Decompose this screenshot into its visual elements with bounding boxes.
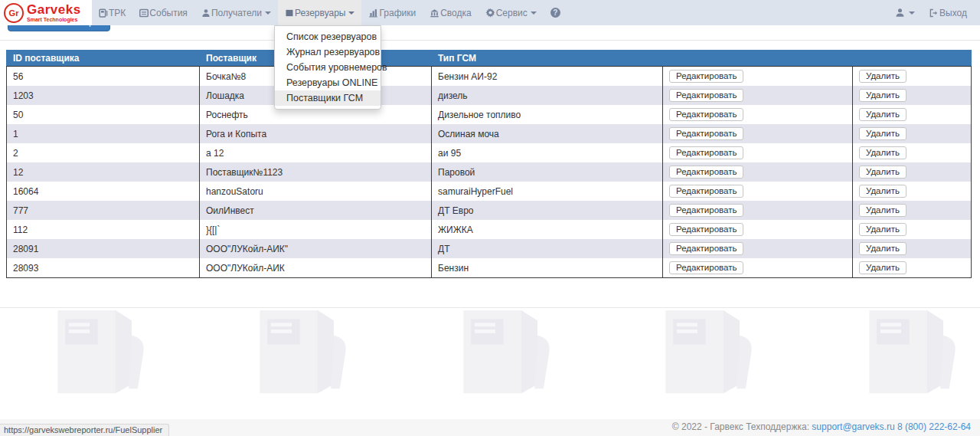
supplier-id-cell: 777: [7, 201, 200, 220]
divider: [0, 307, 980, 308]
delete-button[interactable]: Удалить: [859, 185, 906, 198]
delete-button[interactable]: Удалить: [859, 89, 906, 102]
header-fuel-type: Тип ГСМ: [432, 51, 663, 67]
supplier-id-cell: 50: [7, 105, 200, 124]
support-link[interactable]: support@garveks.ru 8 (800) 222-62-64: [812, 421, 971, 432]
edit-button[interactable]: Редактировать: [669, 166, 743, 179]
fuel-pump-watermark: [44, 304, 155, 401]
table-row: 2 а 12 аи 95 Редактировать Удалить: [7, 143, 972, 162]
fuel-type-cell: ДТ: [432, 239, 663, 258]
fuel-pump-watermark: [856, 304, 967, 401]
delete-button[interactable]: Удалить: [859, 146, 906, 159]
chevron-down-icon: [348, 11, 354, 15]
delete-button[interactable]: Удалить: [859, 261, 906, 274]
table-row: 1 Рога и Копыта Ослиная моча Редактирова…: [7, 124, 972, 143]
supplier-id-cell: 1: [7, 124, 200, 143]
nav-label: Резервуары: [295, 8, 346, 18]
logout-button[interactable]: Выход: [922, 0, 974, 25]
building-icon: [430, 8, 439, 18]
delete-button[interactable]: Удалить: [859, 166, 906, 179]
supplier-id-cell: 28091: [7, 239, 200, 258]
nav-item-trk[interactable]: ТРК: [92, 0, 132, 25]
nav-label: Получатели: [211, 8, 262, 18]
header-supplier-id: ID поставщика: [7, 51, 200, 67]
nav-item-tanks[interactable]: Резервуары: [278, 0, 362, 25]
tanks-dropdown-menu: Список резервуаров Журнал резервуаров Со…: [274, 25, 381, 110]
dropdown-item-level-gauge-events[interactable]: События уровнемеров: [275, 60, 381, 75]
fuel-type-cell: samuraiHyperFuel: [432, 182, 663, 201]
user-menu[interactable]: [888, 0, 922, 25]
nav-item-recipients[interactable]: Получатели: [194, 0, 278, 25]
dropdown-item-tank-journal[interactable]: Журнал резервуаров: [275, 44, 381, 60]
supplier-cell: hanzouSatoru: [200, 182, 432, 201]
list-icon: [139, 8, 149, 18]
nav-item-events[interactable]: События: [132, 0, 194, 25]
nav-label: Графики: [379, 8, 416, 18]
edit-button[interactable]: Редактировать: [669, 127, 743, 140]
table-row: 12 Поставщик№1123 Паровой Редактировать …: [7, 162, 972, 182]
delete-button[interactable]: Удалить: [859, 242, 906, 255]
dropdown-item-tanks-online[interactable]: Резервуары ONLINE: [275, 75, 381, 90]
dropdown-item-tank-list[interactable]: Список резервуаров: [275, 29, 381, 44]
chevron-down-icon: [909, 11, 915, 15]
edit-button[interactable]: Редактировать: [669, 242, 743, 255]
bar-chart-icon: [368, 8, 378, 18]
brand-name: Garveks: [27, 3, 81, 16]
fuel-pump-watermark: [247, 304, 358, 401]
chevron-down-icon: [265, 11, 271, 15]
user-icon: [201, 8, 211, 18]
main-menu: ТРК События Получатели Резервуары График…: [92, 0, 888, 25]
fuel-type-cell: ДТ Евро: [432, 201, 663, 220]
supplier-cell: ООО"ЛУКойл-АИК: [200, 258, 432, 278]
sign-out-icon: [929, 8, 939, 18]
navbar: Gr Garveks Smart Technologies ТРК Событи…: [0, 0, 980, 25]
copyright-text: © 2022 - Гарвекс Техподдержка:: [672, 421, 809, 432]
delete-button[interactable]: Удалить: [859, 70, 906, 83]
delete-button[interactable]: Удалить: [859, 127, 906, 140]
fuel-type-cell: аи 95: [432, 143, 663, 162]
delete-button[interactable]: Удалить: [859, 204, 906, 217]
edit-button[interactable]: Редактировать: [669, 146, 743, 159]
nav-label: Выход: [939, 8, 967, 18]
fuel-type-cell: Паровой: [432, 162, 663, 182]
edit-button[interactable]: Редактировать: [669, 261, 743, 274]
edit-button[interactable]: Редактировать: [669, 223, 743, 236]
nav-item-service[interactable]: Сервис: [479, 0, 544, 25]
edit-button[interactable]: Редактировать: [669, 89, 743, 102]
table-row: 56 Бочка№8 Бензин АИ-92 Редактировать Уд…: [7, 67, 972, 87]
supplier-cell: }{[|`: [200, 220, 432, 239]
question-icon: ?: [550, 8, 560, 18]
gear-icon: [485, 8, 495, 18]
edit-button[interactable]: Редактировать: [669, 204, 743, 217]
edit-button[interactable]: Редактировать: [669, 70, 743, 83]
table-row: 16064 hanzouSatoru samuraiHyperFuel Реда…: [7, 182, 972, 201]
nav-label: Сервис: [496, 8, 528, 18]
supplier-id-cell: 1203: [7, 86, 200, 105]
header-edit: [663, 51, 853, 67]
supplier-cell: ОилИнвест: [200, 201, 432, 220]
table-row: 1203 Лошадка дизель Редактировать Удалит…: [7, 86, 972, 105]
edit-button[interactable]: Редактировать: [669, 108, 743, 121]
brand-logo[interactable]: Gr Garveks Smart Technologies: [0, 0, 92, 25]
fuel-type-cell: Ослиная моча: [432, 124, 663, 143]
edit-button[interactable]: Редактировать: [669, 185, 743, 198]
suppliers-table: ID поставщика Поставщик Тип ГСМ 56 Бочка…: [6, 50, 972, 278]
nav-item-help[interactable]: ?: [544, 0, 567, 25]
supplier-cell: Поставщик№1123: [200, 162, 432, 182]
chevron-down-icon: [531, 11, 537, 15]
nav-item-charts[interactable]: Графики: [361, 0, 423, 25]
nav-item-summary[interactable]: Сводка: [423, 0, 479, 25]
fuel-pump-watermark: [450, 304, 561, 401]
fuel-pump-watermark: [652, 304, 763, 401]
delete-button[interactable]: Удалить: [859, 108, 906, 121]
fuel-type-cell: Бензин: [432, 258, 663, 278]
fuel-type-cell: Дизельное топливо: [432, 105, 663, 124]
table-row: 28091 ООО"ЛУКойл-АИК" ДТ Редактировать У…: [7, 239, 972, 258]
supplier-id-cell: 112: [7, 220, 200, 239]
delete-button[interactable]: Удалить: [859, 223, 906, 236]
fuel-type-cell: дизель: [432, 86, 663, 105]
supplier-id-cell: 12: [7, 162, 200, 182]
dropdown-item-fuel-suppliers[interactable]: Поставщики ГСМ: [275, 90, 381, 106]
table-header-row: ID поставщика Поставщик Тип ГСМ: [7, 51, 972, 67]
nav-label: Сводка: [440, 8, 472, 18]
